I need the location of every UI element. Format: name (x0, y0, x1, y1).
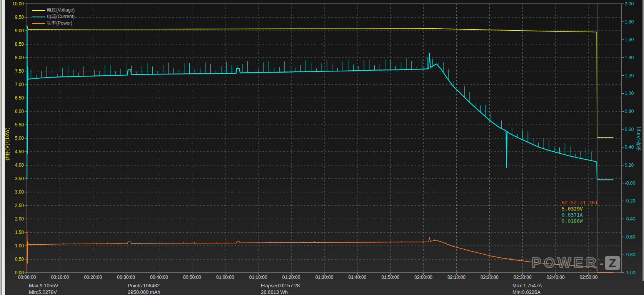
legend-label-current: 电流(Current) (47, 13, 75, 20)
legend-label-power: 功率(Power) (47, 20, 72, 27)
right-axis-tick: 1.80 (625, 20, 634, 24)
legend-swatch-voltage (32, 10, 45, 11)
left-axis-tick: 5.50 (7, 123, 24, 127)
left-edge-strip (0, 0, 5, 295)
left-axis-tick: 6.00 (7, 109, 24, 114)
x-axis-tick: 00:40:00 (146, 275, 173, 280)
tooltip-power: 0.0186W (562, 218, 598, 224)
series-current-line (27, 26, 613, 180)
x-axis-tick: 00:30:00 (113, 275, 140, 280)
left-axis-tick: 1.50 (7, 230, 24, 235)
legend-swatch-current (32, 17, 45, 17)
x-axis-tick: 01:50:00 (377, 275, 404, 280)
right-axis-tick: -0.60 (625, 235, 635, 239)
right-axis-tick: 0.80 (625, 109, 634, 114)
left-axis-tick: 8.00 (7, 55, 24, 60)
legend-label-voltage: 电压(Voltage) (47, 7, 75, 13)
stat-points: Points:106482 (128, 283, 160, 288)
right-axis-tick: 1.60 (625, 37, 634, 42)
right-axis-tick: 0.60 (625, 127, 634, 132)
left-axis-tick: 2.50 (7, 203, 24, 208)
left-axis-tick: 7.00 (7, 82, 24, 87)
power-z-chart-window: 伏特(V)/(10W) 安培(Amp) 10.009.509.008.508.0… (0, 0, 644, 295)
left-axis-tick: 1.00 (7, 244, 24, 248)
right-axis-tick: 2.00 (625, 2, 634, 6)
legend-item-voltage[interactable]: 电压(Voltage) (32, 7, 75, 13)
x-axis-tick: 02:10:00 (443, 275, 470, 280)
x-axis-tick: 00:20:00 (80, 275, 107, 280)
power-z-watermark: POWER-Z (532, 256, 620, 270)
watermark-z-logo: Z (605, 256, 620, 270)
x-axis-tick: 00:50:00 (179, 275, 205, 280)
right-axis-tick: 1.40 (625, 55, 634, 60)
chart-panel: 伏特(V)/(10W) 安培(Amp) 10.009.509.008.508.0… (0, 0, 644, 281)
right-axis-tick: -0.40 (625, 217, 635, 221)
legend-item-power[interactable]: 功率(Power) (32, 20, 75, 27)
x-axis-tick: 01:30:00 (311, 275, 338, 280)
series-power-line (27, 231, 613, 273)
left-axis-tick: 6.50 (7, 96, 24, 100)
stat-energy: 26.6613 Wh (261, 289, 288, 295)
legend-swatch-power (32, 23, 45, 24)
x-axis-tick: 02:30:00 (509, 275, 536, 280)
left-axis-tick: 3.50 (7, 176, 24, 181)
stat-voltage-min: Min:5.0278V (29, 289, 57, 295)
stat-current-min: Min:0.0226A (512, 289, 541, 295)
left-axis-tick: 9.50 (7, 15, 24, 20)
stat-current-max: Max:1.7547A (512, 283, 542, 288)
right-edge-strip (642, 0, 644, 281)
status-bar: Max:9.1055V Min:5.0278V Points:106482 29… (0, 281, 644, 295)
tooltip-time: 02:52:31.361 (562, 200, 598, 206)
stat-elapsed: Elapsed:02:57:28 (261, 283, 300, 288)
x-axis-tick: 01:20:00 (278, 275, 305, 280)
right-axis-tick: -1.00 (625, 270, 635, 275)
x-axis-tick: 02:20:00 (476, 275, 503, 280)
right-axis-tick: 1.00 (625, 91, 634, 96)
left-axis-tick: 2.00 (7, 217, 24, 221)
left-axis-tick: 7.50 (7, 69, 24, 73)
left-axis-tick: 8.50 (7, 42, 24, 46)
left-axis-tick: 4.00 (7, 163, 24, 167)
plot-area[interactable] (0, 0, 644, 281)
x-axis-tick: 02:00:00 (410, 275, 437, 280)
stat-voltage-max: Max:9.1055V (29, 283, 58, 288)
right-axis-title: 安培(Amp) (636, 118, 642, 160)
tooltip-voltage: 5.0329V (562, 206, 598, 212)
right-axis-tick: -0.80 (625, 252, 635, 257)
legend-item-current[interactable]: 电流(Current) (32, 13, 75, 20)
x-axis-tick: 01:40:00 (344, 275, 371, 280)
x-axis-tick: 00:10:00 (47, 275, 73, 280)
right-axis-tick: 1.20 (625, 73, 634, 78)
watermark-dash: - (599, 257, 604, 270)
left-axis-tick: 4.50 (7, 149, 24, 154)
x-axis-tick: 02:50:00 (575, 275, 602, 280)
right-axis-tick: 0.40 (625, 145, 634, 149)
right-axis-tick: 0.20 (625, 163, 634, 167)
series-noise-spikes (31, 239, 587, 267)
watermark-text: POWER (532, 256, 599, 270)
left-axis-tick: 5.00 (7, 136, 24, 141)
left-axis-tick: 9.00 (7, 28, 24, 33)
x-axis-tick: 01:10:00 (245, 275, 272, 280)
legend: 电压(Voltage)电流(Current)功率(Power) (32, 7, 75, 27)
x-axis-tick: 01:00:00 (212, 275, 239, 280)
x-axis-tick: 02:40:00 (542, 275, 569, 280)
stat-capacity: 2950.000 mAh (128, 289, 160, 295)
left-axis-tick: 3.00 (7, 190, 24, 194)
series-voltage-line (27, 25, 613, 138)
measurement-tooltip: 02:52:31.3615.0329V0.0371A0.0186W (562, 200, 598, 224)
left-axis-tick: 0.50 (7, 257, 24, 262)
left-axis-tick: 10.00 (7, 2, 24, 6)
right-axis-tick: -0.20 (625, 199, 635, 203)
right-axis-tick: -0.00 (625, 181, 635, 186)
tooltip-current: 0.0371A (562, 212, 598, 218)
x-axis-tick: 00:00:00 (13, 275, 40, 280)
